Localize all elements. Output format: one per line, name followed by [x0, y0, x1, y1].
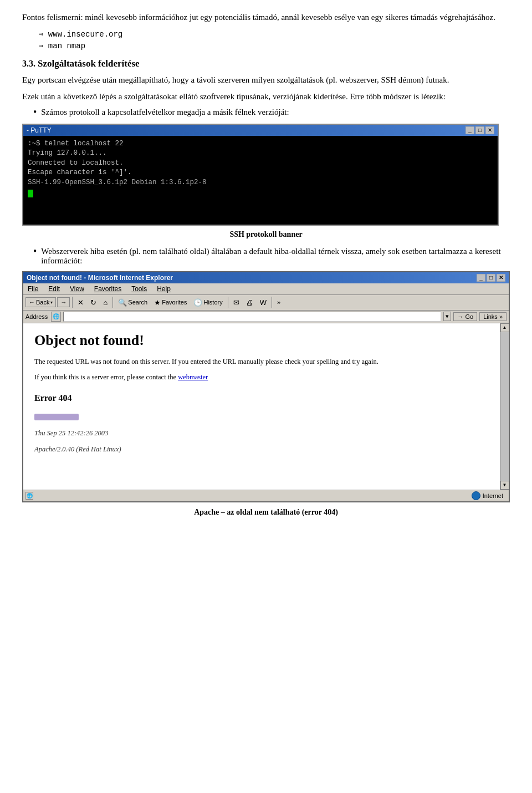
ie-content: Object not found! The requested URL was …: [23, 323, 509, 490]
ie-content-para1: The requested URL was not found on this …: [34, 357, 498, 367]
ie-history-button[interactable]: 🕒 History: [191, 297, 225, 308]
ie-status-icon: 🌐: [25, 492, 33, 500]
ie-forward-button[interactable]: →: [57, 297, 70, 307]
putty-line-1: :~$ telnet localhost 22: [28, 139, 493, 149]
ie-address-dropdown[interactable]: ▾: [443, 312, 451, 321]
ie-server-info: Apache/2.0.40 (Red Hat Linux): [34, 444, 498, 455]
ie-favorites-label: Favorites: [162, 299, 187, 306]
ie-menu-view[interactable]: View: [68, 284, 86, 293]
ie-blurred-block: [34, 414, 79, 420]
ie-scroll-up-button[interactable]: ▲: [500, 323, 509, 332]
bullet-text-1: Számos protokoll a kapcsolatfelvételkor …: [41, 108, 289, 117]
ie-internet-zone: Internet: [472, 491, 507, 500]
ie-history-label: History: [203, 299, 222, 306]
ie-webmaster-link[interactable]: webmaster: [178, 373, 208, 381]
ie-toolbar: ← Back ▾ → ✕ ↻ ⌂ 🔍 Search ★ Favorites 🕒 …: [23, 295, 509, 311]
putty-line-5: SSH-1.99-OpenSSH_3.6.1p2 Debian 1:3.6.1p…: [28, 178, 493, 188]
ie-more-button[interactable]: »: [274, 297, 283, 307]
ie-back-dropdown-icon: ▾: [50, 300, 53, 305]
bullet-dot-2: •: [33, 246, 37, 257]
ie-back-label: Back: [36, 299, 49, 306]
bullet-dot-1: •: [33, 106, 37, 118]
ie-print-button[interactable]: 🖨: [243, 297, 256, 308]
ie-toolbar-sep-1: [72, 297, 73, 308]
putty-maximize-button[interactable]: □: [475, 126, 484, 134]
ie-title: Object not found! - Microsoft Internet E…: [27, 274, 173, 282]
ie-search-button[interactable]: 🔍 Search: [115, 297, 150, 308]
ie-error-code: Error 404: [34, 392, 498, 405]
putty-caption: SSH protokoll banner: [22, 230, 510, 239]
body-text-1: Egy portscan elvégzése után megállapítha…: [22, 74, 510, 87]
intro-paragraph: Fontos felismerni: minél kevesebb inform…: [22, 11, 510, 24]
putty-content: :~$ telnet localhost 22 Trying 127.0.0.1…: [23, 136, 498, 225]
body-text-2: Ezek után a következő lépés a szolgáltat…: [22, 90, 510, 103]
putty-line-2: Trying 127.0.0.1...: [28, 149, 493, 159]
ie-toolbar-sep-3: [228, 297, 228, 308]
ie-close-button[interactable]: ✕: [497, 274, 505, 282]
ie-home-icon: ⌂: [103, 298, 108, 307]
putty-titlebar: - PuTTY _ □ ✕: [23, 125, 498, 136]
ie-blurred-info: [34, 414, 498, 425]
ie-address-bar: Address 🌐 ▾ → Go Links »: [23, 311, 509, 323]
ie-menu-favorites[interactable]: Favorites: [92, 284, 124, 293]
ie-back-button[interactable]: ← Back ▾: [25, 297, 56, 307]
ie-menu-edit[interactable]: Edit: [46, 284, 62, 293]
putty-line-3: Connected to localhost.: [28, 159, 493, 169]
insecure-link[interactable]: www.insecure.org: [39, 29, 510, 39]
bullet-item-1: • Számos protokoll a kapcsolatfelvételko…: [33, 108, 510, 118]
ie-minimize-button[interactable]: _: [477, 274, 485, 282]
putty-window: - PuTTY _ □ ✕ :~$ telnet localhost 22 Tr…: [22, 124, 499, 226]
ie-address-icon: 🌐: [51, 312, 61, 322]
ie-menu-tools[interactable]: Tools: [129, 284, 149, 293]
ie-address-input[interactable]: [63, 312, 441, 322]
ie-scrollbar[interactable]: ▲ ▼: [500, 323, 509, 490]
ie-stop-button[interactable]: ✕: [75, 297, 86, 308]
ie-stop-icon: ✕: [78, 298, 84, 307]
putty-minimize-button[interactable]: _: [466, 126, 474, 134]
ie-home-button[interactable]: ⌂: [100, 297, 110, 308]
ie-date: Thu Sep 25 12:42:26 2003: [34, 428, 498, 439]
ie-content-heading: Object not found!: [34, 332, 498, 349]
ie-edit-icon: W: [260, 298, 267, 307]
ie-go-icon: →: [457, 313, 463, 320]
ie-statusbar: 🌐 Internet: [23, 490, 509, 501]
ie-more-icon: »: [277, 299, 280, 306]
ie-address-label: Address: [25, 313, 48, 320]
ie-go-button[interactable]: → Go: [453, 312, 477, 321]
ie-menubar: File Edit View Favorites Tools Help: [23, 283, 509, 295]
section-title: Szolgáltatások felderítése: [38, 58, 140, 69]
putty-title: - PuTTY: [27, 126, 52, 134]
putty-cursor-line: [28, 187, 493, 197]
ie-content-para2: If you think this is a server error, ple…: [34, 372, 498, 383]
ie-maximize-button[interactable]: □: [487, 274, 495, 282]
ie-window: Object not found! - Microsoft Internet E…: [22, 271, 510, 502]
man-nmap-link[interactable]: man nmap: [39, 41, 510, 50]
ie-mail-button[interactable]: ✉: [231, 297, 242, 308]
putty-titlebar-buttons: _ □ ✕: [466, 126, 494, 134]
ie-menu-help[interactable]: Help: [155, 284, 173, 293]
ie-content-para2-text: If you think this is a server error, ple…: [34, 373, 178, 381]
ie-history-icon: 🕒: [193, 298, 202, 307]
ie-titlebar: Object not found! - Microsoft Internet E…: [23, 272, 509, 283]
ie-scroll-track[interactable]: [500, 332, 509, 481]
ie-refresh-button[interactable]: ↻: [88, 297, 99, 308]
bullet-item-2: • Webszerverek hiba esetén (pl. nem talá…: [33, 247, 510, 266]
putty-close-button[interactable]: ✕: [485, 126, 494, 134]
ie-scroll-down-button[interactable]: ▼: [500, 481, 509, 490]
ie-back-arrow-icon: ←: [29, 299, 35, 306]
ie-favorites-icon: ★: [154, 298, 161, 307]
ie-refresh-icon: ↻: [90, 298, 96, 307]
ie-content-area: Object not found! The requested URL was …: [23, 323, 509, 490]
ie-search-label: Search: [128, 299, 147, 306]
ie-favorites-button[interactable]: ★ Favorites: [151, 297, 190, 308]
ie-links-button[interactable]: Links »: [479, 312, 507, 321]
ie-forward-arrow-icon: →: [60, 299, 66, 306]
ie-edit-button[interactable]: W: [257, 297, 269, 308]
putty-line-4: Escape character is '^]'.: [28, 168, 493, 178]
ie-print-icon: 🖨: [246, 298, 253, 307]
ie-toolbar-sep-4: [272, 297, 272, 308]
final-caption: Apache – az oldal nem található (error 4…: [22, 508, 510, 517]
bullet-text-2: Webszerverek hiba esetén (pl. nem találh…: [41, 247, 510, 266]
ie-menu-file[interactable]: File: [25, 284, 40, 293]
ie-mail-icon: ✉: [233, 298, 239, 307]
